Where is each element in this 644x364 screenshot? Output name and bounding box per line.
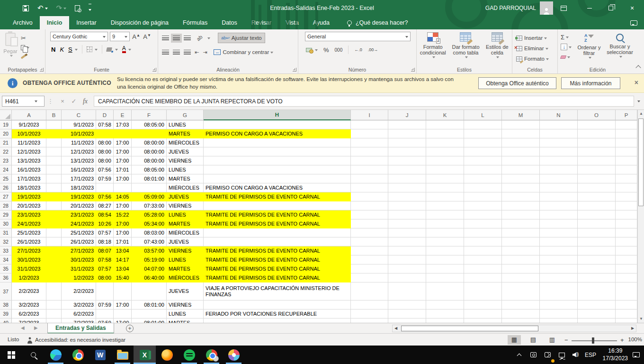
row-header-26[interactable]: 26 [0,183,12,192]
cell-G28[interactable]: VIERNES [167,201,204,210]
cell-H27[interactable]: TRAMITE DE PERMISOS DE EVENTO CARNAL [204,192,351,201]
cell-C22[interactable]: 12/1/2023 [62,147,96,156]
cell-K37[interactable] [426,282,464,300]
formula-input[interactable]: CAPACITACIÓN CNE MIEMBRO DE LA JUNTA REP… [94,96,634,107]
cell-L28[interactable] [464,201,502,210]
cell-D34[interactable]: 07:58 [96,255,114,264]
cell-O33[interactable] [578,246,616,255]
dismiss-license-icon[interactable]: × [635,79,638,86]
cell-E20[interactable] [114,129,132,138]
cell-M39[interactable] [502,309,540,318]
cell-J29[interactable] [388,210,426,219]
cell-E21[interactable]: 17:00 [114,138,132,147]
cell-L26[interactable] [464,183,502,192]
row-header-28[interactable]: 28 [0,201,12,210]
row-header-24[interactable]: 24 [0,165,12,174]
cell-D39[interactable] [96,309,114,318]
cell-G32[interactable]: JUEVES [167,237,204,246]
cell-I22[interactable] [351,147,388,156]
cell-L25[interactable] [464,174,502,183]
cell-E30[interactable]: 17:00 [114,219,132,228]
tab-formulas[interactable]: Fórmulas [176,16,215,29]
row-header-25[interactable]: 25 [0,174,12,183]
column-header-O[interactable]: O [578,110,616,120]
cell-I40[interactable] [351,318,388,323]
cell-P40[interactable] [616,318,637,323]
cell-L20[interactable] [464,129,502,138]
save-icon[interactable] [23,5,29,11]
cell-K23[interactable] [426,156,464,165]
column-header-M[interactable]: M [502,110,540,120]
cell-E19[interactable]: 17:03 [114,120,132,129]
cell-K36[interactable] [426,273,464,282]
cell-O39[interactable] [578,309,616,318]
cell-M37[interactable] [502,282,540,300]
cell-A23[interactable]: 13/1/2023 [12,156,46,165]
cell-I20[interactable] [351,129,388,138]
cell-C37[interactable]: 2/2/2023 [62,282,96,300]
cell-J23[interactable] [388,156,426,165]
cell-J34[interactable] [388,255,426,264]
cell-F24[interactable]: 08:05:00 [132,165,167,174]
cell-E31[interactable]: 17:00 [114,228,132,237]
column-header-N[interactable]: N [540,110,578,120]
cell-K34[interactable] [426,255,464,264]
cell-F35[interactable]: 04:07:00 [132,264,167,273]
cell-I29[interactable] [351,210,388,219]
cell-C20[interactable]: 10/1/2023 [62,129,96,138]
cell-L32[interactable] [464,237,502,246]
autosum-icon[interactable]: Σ [561,33,574,41]
cell-N25[interactable] [540,174,578,183]
taskbar-chrome[interactable] [67,346,89,364]
cell-O22[interactable] [578,147,616,156]
cell-F21[interactable]: 08:00:00 [132,138,167,147]
cell-E28[interactable]: 17:00 [114,201,132,210]
cell-G23[interactable]: VIERNES [167,156,204,165]
merge-center-button[interactable]: ↔ Combinar y centrar [214,48,273,56]
tell-me-search[interactable]: ¿Qué desea hacer? [347,16,408,29]
cell-P22[interactable] [616,147,637,156]
cell-H30[interactable]: TRAMITE DE PERMISOS DE EVENTO CARNAL [204,219,351,228]
borders-icon[interactable] [87,46,92,52]
cell-J40[interactable] [388,318,426,323]
cell-O23[interactable] [578,156,616,165]
cell-G31[interactable]: MIÉRCOLES [167,228,204,237]
cell-B32[interactable] [46,237,62,246]
cell-J37[interactable] [388,282,426,300]
bold-icon[interactable]: N [51,46,55,53]
cell-I27[interactable] [351,192,388,201]
cell-I38[interactable] [351,300,388,309]
cell-styles-button[interactable]: Estilos de celda [483,32,511,59]
row-header-22[interactable]: 22 [0,147,12,156]
cell-A26[interactable]: 18/1/2023 [12,183,46,192]
column-header-F[interactable]: F [132,110,167,120]
cell-E32[interactable]: 17:01 [114,237,132,246]
cell-F29[interactable]: 05:28:00 [132,210,167,219]
cell-N26[interactable] [540,183,578,192]
tab-ayuda[interactable]: Ayuda [306,16,337,29]
cell-K21[interactable] [426,138,464,147]
cell-K40[interactable] [426,318,464,323]
taskbar-spotify[interactable] [178,346,200,364]
cell-B27[interactable] [46,192,62,201]
cell-F31[interactable]: 08:03:00 [132,228,167,237]
underline-icon[interactable]: S [68,46,72,53]
column-header-B[interactable]: B [46,110,62,120]
copy-icon[interactable] [21,43,29,52]
tab-revisar[interactable]: Revisar [244,16,278,29]
cell-L37[interactable] [464,282,502,300]
column-header-L[interactable]: L [464,110,502,120]
cell-N28[interactable] [540,201,578,210]
row-header-39[interactable]: 39 [0,309,12,318]
cell-L34[interactable] [464,255,502,264]
cell-F22[interactable]: 08:00:00 [132,147,167,156]
row-header-31[interactable]: 31 [0,228,12,237]
cell-G38[interactable]: VIERNES [167,300,204,309]
orientation-icon[interactable]: ab [196,34,204,42]
cell-I21[interactable] [351,138,388,147]
wrap-text-button[interactable]: ab↩ Ajustar texto [218,33,265,43]
cell-H34[interactable]: TRAMITE DE PERMISOS DE EVENTO CARNAL [204,255,351,264]
cell-F40[interactable]: 08:01:00 [132,318,167,323]
cell-M27[interactable] [502,192,540,201]
cell-D25[interactable]: 07:59 [96,174,114,183]
